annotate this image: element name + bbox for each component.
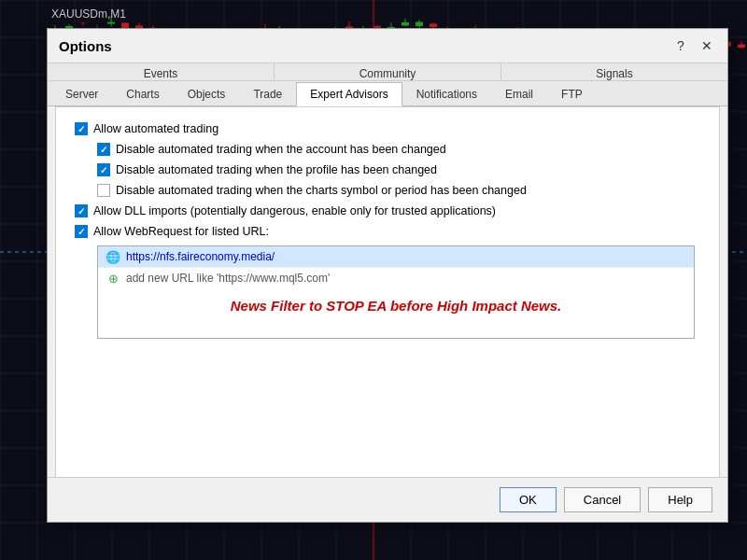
tab-trade[interactable]: Trade [239, 82, 296, 106]
close-button[interactable]: ✕ [698, 36, 716, 55]
cb-disable-account[interactable] [97, 143, 110, 156]
ok-button[interactable]: OK [500, 487, 557, 512]
tab-container: Events Community Signals Server Charts O… [48, 63, 727, 106]
tab-objects[interactable]: Objects [174, 82, 240, 106]
content-area: Allow automated trading Disable automate… [55, 106, 720, 487]
tab-ftp[interactable]: FTP [547, 82, 597, 106]
url-add-row[interactable]: ⊕ add new URL like 'https://www.mql5.com… [98, 268, 694, 288]
cb-disable-charts[interactable] [97, 184, 110, 197]
dialog-title: Options [59, 38, 112, 54]
chart-label: XAUUSDm,M1 [51, 7, 126, 21]
help-button[interactable]: ? [671, 36, 690, 55]
option-allow-automated: Allow automated trading [75, 122, 700, 135]
tab-group-row: Events Community Signals [48, 63, 727, 81]
cancel-button[interactable]: Cancel [564, 487, 641, 512]
tab-group-community: Community [275, 63, 501, 80]
title-controls: ? ✕ [671, 36, 716, 55]
tab-server[interactable]: Server [51, 82, 112, 106]
tab-expert-advisors[interactable]: Expert Advisors [296, 82, 402, 106]
tab-group-events: Events [48, 63, 275, 80]
tab-charts[interactable]: Charts [112, 82, 173, 106]
label-disable-profile: Disable automated trading when the profi… [116, 163, 437, 176]
add-url-placeholder: add new URL like 'https://www.mql5.com' [126, 272, 330, 285]
footer-help-button[interactable]: Help [648, 487, 712, 512]
cb-allow-web[interactable] [75, 225, 88, 238]
option-allow-web: Allow WebRequest for listed URL: [75, 225, 700, 238]
options-dialog: Options ? ✕ Events Community Signals Ser… [47, 28, 728, 523]
url-listbox: 🌐 https://nfs.faireconomy.media/ ⊕ add n… [97, 245, 695, 339]
cb-allow-automated[interactable] [75, 122, 88, 135]
option-disable-profile: Disable automated trading when the profi… [75, 163, 700, 176]
news-filter-text: News Filter to STOP EA before High Impac… [98, 288, 694, 317]
label-disable-account: Disable automated trading when the accou… [116, 143, 446, 156]
tab-group-signals: Signals [501, 63, 727, 80]
label-disable-charts: Disable automated trading when the chart… [116, 184, 527, 197]
cb-allow-dll[interactable] [75, 204, 88, 217]
label-allow-web: Allow WebRequest for listed URL: [93, 225, 269, 238]
tab-email[interactable]: Email [491, 82, 547, 106]
footer: OK Cancel Help [48, 477, 727, 522]
url-text-1: https://nfs.faireconomy.media/ [126, 250, 275, 263]
option-disable-charts: Disable automated trading when the chart… [75, 184, 700, 197]
title-bar: Options ? ✕ [48, 29, 727, 63]
option-allow-dll: Allow DLL imports (potentially dangerous… [75, 204, 700, 217]
label-allow-automated: Allow automated trading [93, 122, 218, 135]
tab-notifications[interactable]: Notifications [402, 82, 491, 106]
cb-disable-profile[interactable] [97, 163, 110, 176]
globe-icon: 🌐 [106, 249, 120, 264]
add-icon: ⊕ [106, 271, 120, 286]
tab-row: Server Charts Objects Trade Expert Advis… [48, 81, 727, 105]
url-row-1[interactable]: 🌐 https://nfs.faireconomy.media/ [98, 246, 694, 268]
option-disable-account: Disable automated trading when the accou… [75, 143, 700, 156]
label-allow-dll: Allow DLL imports (potentially dangerous… [93, 204, 496, 217]
